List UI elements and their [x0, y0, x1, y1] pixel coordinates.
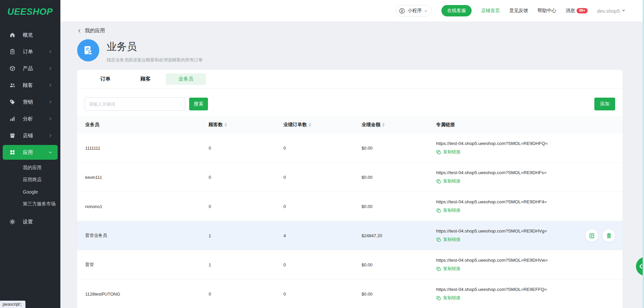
sidebar-subitem-app-store[interactable]: 应用商店 [0, 174, 60, 186]
exclusive-link-url: https://test-04.shop5.ueeshop.com?SMOL=R… [436, 258, 614, 263]
copy-link-button[interactable]: 复制链接 [436, 149, 461, 155]
miniprogram-dropdown[interactable]: 小程序 [396, 5, 432, 16]
sidebar: UEESHOP 概览 订单 产品 顾客 营销 分析 店铺 应用 我的应用应用商店… [0, 0, 60, 308]
caret-down-icon [622, 10, 625, 12]
tag-icon [9, 99, 15, 105]
order-count: 0 [283, 204, 362, 209]
chevron-right-icon [48, 100, 52, 104]
sort-icon[interactable] [224, 123, 227, 127]
edit-button[interactable] [585, 229, 598, 242]
column-header[interactable]: 业绩金额 [362, 122, 436, 128]
sidebar-item-settings[interactable]: 设置 [0, 213, 60, 230]
salesman-name: 1111111 [85, 146, 209, 151]
messages-badge: 99+ [577, 8, 588, 13]
chevron-right-icon [48, 50, 52, 54]
exclusive-link-url: https://test-04.shop5.ueeshop.com?SMOL=R… [436, 287, 614, 292]
feedback-link[interactable]: 意见反馈 [509, 8, 528, 14]
store-home-link[interactable]: 店铺首页 [481, 8, 500, 14]
tab-customers[interactable]: 顾客 [125, 73, 166, 85]
table-row[interactable]: 1111111 0 0 $0.00 https://test-04.shop5.… [77, 134, 623, 163]
sidebar-subitem-third-party[interactable]: 第三方服务市场 [0, 198, 60, 210]
messages-label: 消息 [566, 8, 575, 14]
help-center-link[interactable]: 帮助中心 [537, 8, 556, 14]
chevron-right-icon [48, 83, 52, 87]
table-row[interactable]: 普管 1 0 $0.00 https://test-04.shop5.ueesh… [77, 250, 623, 279]
sidebar-settings-wrap: 设置 [0, 213, 60, 230]
page-subtitle: 指定业务员跟进某位顾客和处理该顾客的所有订单 [107, 57, 203, 63]
sidebar-submenu: 我的应用应用商店Google第三方服务市场 [0, 162, 60, 210]
topbar: 小程序 在线客服 店铺首页 意见反馈 帮助中心 消息 99+ dev.shop5 [60, 0, 644, 21]
sidebar-item-marketing[interactable]: 营销 [0, 94, 60, 110]
chevron-down-icon [48, 150, 52, 154]
sales-amount: $0.00 [362, 146, 436, 151]
breadcrumb[interactable]: 我的应用 [77, 28, 105, 34]
sidebar-item-store[interactable]: 店铺 [0, 127, 60, 144]
home-icon [9, 32, 15, 38]
copy-link-button[interactable]: 复制链接 [436, 266, 461, 272]
add-button[interactable]: 添加 [594, 98, 615, 110]
online-service-button[interactable]: 在线客服 [441, 5, 472, 16]
messages-link[interactable]: 消息 99+ [566, 8, 588, 14]
order-count: 0 [283, 292, 362, 297]
salesman-name: kevin111 [85, 175, 209, 180]
user-name: dev.shop5 [597, 8, 620, 14]
sales-amount: $0.00 [362, 175, 436, 180]
sidebar-item-customers[interactable]: 顾客 [0, 77, 60, 94]
browser-status-bubble: javascript:; [0, 301, 25, 308]
copy-link-button[interactable]: 复制链接 [436, 178, 461, 184]
sidebar-item-analytics[interactable]: 分析 [0, 110, 60, 127]
order-count: 0 [283, 262, 362, 267]
box-icon [9, 65, 15, 71]
table-row[interactable]: nonono1 0 0 $0.00 https://test-04.shop5.… [77, 192, 623, 221]
grid-icon [9, 149, 15, 155]
search-input[interactable] [85, 97, 185, 111]
table-row[interactable]: kevin111 0 0 $0.00 https://test-04.shop5… [77, 163, 623, 192]
salesman-name: 普管业务员 [85, 233, 209, 239]
sort-icon[interactable] [309, 123, 311, 127]
copy-icon [436, 237, 441, 242]
column-header: 业务员 [85, 122, 209, 128]
tab-bar: 订单顾客业务员 [77, 70, 623, 89]
exclusive-link-url: https://test-04.shop5.ueeshop.com?SMOL=R… [436, 141, 614, 146]
sidebar-item-orders[interactable]: 订单 [0, 43, 60, 60]
column-header[interactable]: 顾客数 [209, 122, 283, 128]
content-card: 订单顾客业务员 搜索 添加 业务员 顾客数 业绩订单数 业绩金额 专属链接 11… [77, 70, 623, 308]
customer-count: 1 [209, 262, 283, 267]
users-icon [9, 82, 15, 88]
copy-icon [436, 179, 441, 184]
sidebar-item-apps[interactable]: 应用 [3, 145, 58, 160]
sales-amount: $0.00 [362, 292, 436, 297]
gear-icon [9, 219, 15, 225]
sales-amount: $24847.20 [362, 233, 436, 238]
table-row[interactable]: 普管业务员 1 4 $24847.20 https://test-04.shop… [77, 221, 623, 250]
chevron-right-icon [48, 134, 52, 138]
clipboard-icon [9, 49, 15, 55]
tab-orders[interactable]: 订单 [85, 73, 125, 85]
user-dropdown[interactable]: dev.shop5 [597, 8, 625, 14]
sidebar-item-products[interactable]: 产品 [0, 60, 60, 77]
table-row[interactable]: 1128testPUTONG 0 0 $0.00 https://test-04… [77, 279, 623, 308]
sidebar-item-overview[interactable]: 概览 [0, 27, 60, 43]
main-content: 我的应用 业务员 指定业务员跟进某位顾客和处理该顾客的所有订单 订单顾客业务员 … [60, 21, 644, 308]
copy-icon [436, 208, 441, 213]
app-header: 业务员 指定业务员跟进某位顾客和处理该顾客的所有订单 [77, 39, 623, 63]
toolbar: 搜索 添加 [77, 89, 623, 116]
column-header[interactable]: 业绩订单数 [283, 122, 362, 128]
copy-link-button[interactable]: 复制链接 [436, 207, 461, 213]
miniprogram-icon [399, 8, 405, 14]
delete-button[interactable] [602, 229, 615, 242]
scrollbar[interactable] [643, 0, 644, 308]
sort-icon[interactable] [382, 123, 385, 127]
tab-salesman[interactable]: 业务员 [166, 73, 206, 85]
copy-icon [436, 296, 441, 301]
copy-link-button[interactable]: 复制链接 [436, 295, 461, 301]
table-header: 业务员 顾客数 业绩订单数 业绩金额 专属链接 [77, 116, 623, 134]
breadcrumb-label: 我的应用 [85, 28, 105, 34]
search-button[interactable]: 搜索 [189, 98, 208, 110]
copy-icon [436, 150, 441, 155]
storefront-icon [9, 133, 15, 139]
ueeshop-logo: UEESHOP [0, 0, 60, 17]
sidebar-subitem-my-apps[interactable]: 我的应用 [0, 162, 60, 174]
sidebar-subitem-google[interactable]: Google [0, 186, 60, 198]
copy-link-button[interactable]: 复制链接 [436, 237, 461, 243]
